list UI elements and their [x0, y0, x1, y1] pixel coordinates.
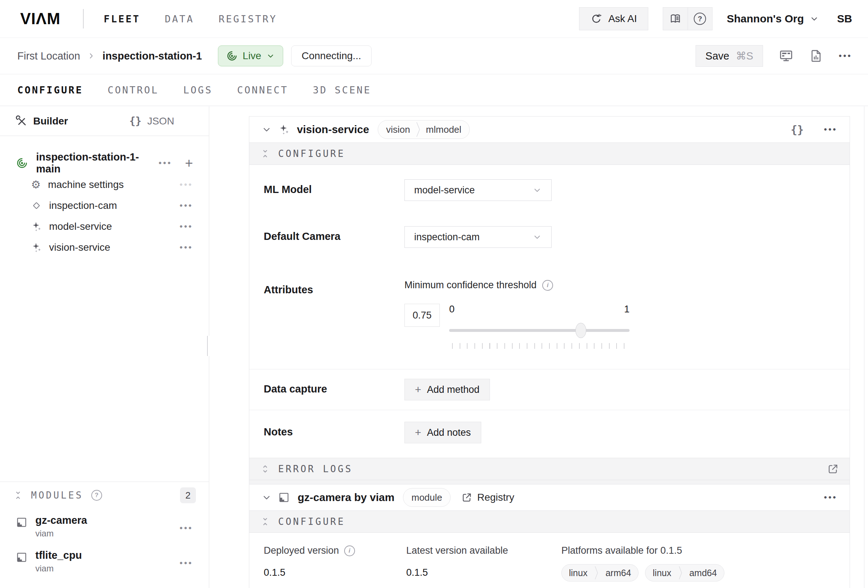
save-label: Save: [705, 50, 729, 62]
tree-item-inspection-cam[interactable]: inspection-cam •••: [0, 195, 209, 216]
default-camera-label: Default Camera: [264, 226, 404, 242]
tab-connect[interactable]: CONNECT: [237, 84, 288, 96]
tree-item-vision-service[interactable]: vision-service •••: [0, 237, 209, 258]
tree-item-more-menu[interactable]: •••: [180, 243, 193, 252]
add-component-button[interactable]: +: [185, 156, 193, 170]
module-org: viam: [35, 563, 82, 573]
module-item-gz-camera[interactable]: gz-camera viam •••: [0, 509, 209, 544]
connecting-button[interactable]: Connecting...: [291, 46, 372, 66]
fold-icon[interactable]: [260, 517, 270, 527]
confidence-threshold-label: Minimum confidence threshold: [404, 279, 536, 291]
module-more-menu[interactable]: •••: [180, 524, 193, 532]
module-card-header: gz-camera by viam module Registry: [249, 485, 850, 510]
platform-os: linux: [645, 568, 678, 578]
platform-arch: amd64: [682, 568, 724, 578]
logs-file-icon[interactable]: [809, 49, 823, 63]
chip-segment: module: [403, 492, 450, 503]
nav-data[interactable]: DATA: [165, 13, 194, 25]
machine-more-menu[interactable]: •••: [839, 52, 852, 60]
module-more-menu[interactable]: •••: [180, 559, 193, 567]
service-sparkles-icon: [31, 242, 42, 253]
plus-icon: +: [415, 384, 421, 395]
org-switcher[interactable]: Shannon's Org: [727, 13, 819, 25]
machine-name: inspection-station-1: [102, 50, 202, 62]
broadcast-icon: [226, 50, 238, 62]
ml-model-select[interactable]: model-service: [404, 179, 552, 201]
chevron-down-icon: [810, 14, 819, 24]
tab-control[interactable]: CONTROL: [108, 84, 159, 96]
add-notes-button[interactable]: + Add notes: [404, 422, 481, 443]
help-icon-group: ?: [663, 7, 713, 30]
viam-logo: VIΛM: [20, 10, 61, 28]
ml-model-row: ML Model model-service: [264, 179, 835, 201]
fold-icon[interactable]: [260, 149, 270, 159]
app-header: VIΛM FLEET DATA REGISTRY Ask AI: [0, 0, 868, 37]
save-button[interactable]: Save ⌘S: [695, 45, 763, 67]
info-icon[interactable]: i: [542, 280, 553, 291]
platforms-col: Platforms available for 0.1.5 linux arm6…: [561, 545, 835, 582]
registry-link[interactable]: Registry: [461, 492, 514, 503]
nav-fleet[interactable]: FLEET: [104, 13, 140, 25]
slider-handle[interactable]: [576, 323, 586, 338]
help-icon: ?: [694, 13, 706, 25]
module-name: gz-camera: [35, 514, 87, 526]
help-button[interactable]: ?: [688, 7, 712, 30]
platform-pill: linux arm64: [561, 564, 639, 582]
module-card-more-menu[interactable]: •••: [824, 493, 837, 502]
open-logs-external-icon[interactable]: [827, 463, 839, 475]
configure-section-label: CONFIGURE: [278, 516, 345, 527]
chip-segment: vision: [378, 124, 418, 135]
viam-app: VIΛM FLEET DATA REGISTRY Ask AI: [0, 0, 868, 588]
ask-ai-button[interactable]: Ask AI: [579, 7, 648, 30]
tree-item-more-menu[interactable]: •••: [180, 222, 193, 231]
machine-tabs: CONFIGURE CONTROL LOGS CONNECT 3D SCENE: [0, 74, 868, 106]
add-method-button[interactable]: + Add method: [404, 379, 490, 400]
mode-json[interactable]: {} JSON: [129, 115, 174, 127]
tab-3d-scene[interactable]: 3D SCENE: [313, 84, 371, 96]
default-camera-select[interactable]: inspection-cam: [404, 226, 552, 248]
info-icon[interactable]: i: [344, 545, 355, 556]
nav-registry[interactable]: REGISTRY: [218, 13, 277, 25]
breadcrumb-location[interactable]: First Location: [17, 50, 80, 62]
tree-item-more-menu[interactable]: •••: [180, 180, 193, 189]
mode-builder-label: Builder: [33, 115, 68, 127]
tree-root-more-menu[interactable]: •••: [159, 159, 172, 167]
chevron-down-icon: [266, 52, 275, 60]
module-org: viam: [35, 529, 87, 539]
attributes-row: Attributes Minimum confidence threshold …: [264, 279, 835, 369]
confidence-value-input[interactable]: 0.75: [404, 304, 440, 327]
chevron-down-icon[interactable]: [261, 492, 272, 502]
module-card-title: gz-camera by viam: [298, 491, 394, 504]
tab-logs[interactable]: LOGS: [183, 84, 213, 96]
tab-configure[interactable]: CONFIGURE: [17, 84, 83, 96]
monitor-icon[interactable]: [779, 49, 793, 63]
vision-card-header: vision-service vision mlmodel {} •••: [249, 117, 850, 142]
vision-card-more-menu[interactable]: •••: [824, 125, 837, 134]
mode-json-label: JSON: [147, 115, 174, 127]
tree-item-more-menu[interactable]: •••: [180, 201, 193, 210]
mode-builder[interactable]: Builder: [16, 115, 68, 127]
platform-os: linux: [562, 568, 595, 578]
external-link-icon: [461, 492, 472, 503]
notes-row: Notes + Add notes: [249, 410, 850, 458]
slider-track[interactable]: [449, 329, 630, 332]
module-item-tflite-cpu[interactable]: tflite_cpu viam •••: [0, 544, 209, 579]
platform-pill: linux amd64: [645, 564, 725, 582]
tree-item-model-service[interactable]: model-service •••: [0, 216, 209, 237]
tree-root-machine[interactable]: inspection-station-1-main ••• +: [0, 152, 209, 174]
vision-configure-header: CONFIGURE: [249, 142, 850, 165]
service-sparkles-icon: [278, 124, 290, 135]
edit-json-button[interactable]: {}: [791, 123, 804, 136]
modules-help-icon[interactable]: ?: [91, 490, 102, 501]
chevron-down-icon[interactable]: [261, 124, 272, 134]
tree-item-machine-settings[interactable]: ⚙ machine settings •••: [0, 174, 209, 195]
fold-icon[interactable]: [13, 490, 23, 500]
live-status-dropdown[interactable]: Live: [218, 46, 283, 66]
attributes-control: Minimum confidence threshold i 0.75 0 1: [404, 279, 630, 349]
default-camera-row: Default Camera inspection-cam: [264, 226, 835, 248]
avatar[interactable]: SB: [837, 13, 852, 25]
docs-button[interactable]: [663, 7, 688, 30]
unfold-icon[interactable]: [260, 464, 270, 474]
module-icon: [16, 551, 27, 563]
data-capture-label: Data capture: [264, 379, 404, 395]
